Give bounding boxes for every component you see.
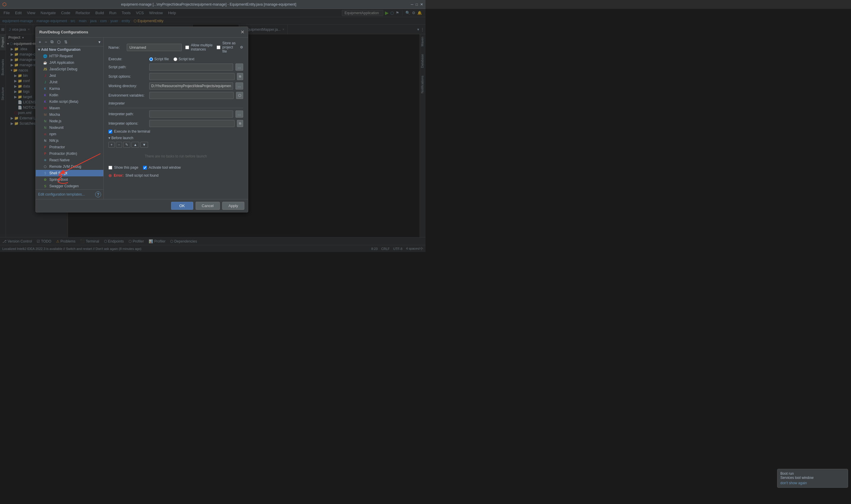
gear-config-icon[interactable]: ⚙	[240, 45, 243, 49]
interpreter-options-expand[interactable]: ⧉	[237, 120, 243, 127]
config-item-kotlin[interactable]: K Kotlin	[36, 92, 104, 98]
config-item-jar[interactable]: ☕ JAR Application	[36, 59, 104, 66]
add-config-button[interactable]: +	[38, 39, 42, 45]
show-page-checkbox[interactable]	[108, 166, 112, 169]
config-item-shell-script[interactable]: $ Shell Script	[36, 170, 104, 176]
script-path-browse[interactable]: …	[236, 64, 243, 71]
interpreter-options-input[interactable]	[149, 120, 235, 127]
execute-terminal-group: Execute in the terminal	[108, 129, 150, 133]
nodeunit-icon: N	[43, 125, 48, 130]
script-file-label: Script file	[154, 57, 169, 61]
config-name-input[interactable]	[127, 44, 182, 51]
working-dir-input[interactable]	[149, 83, 233, 90]
script-text-radio[interactable]: Script text	[174, 57, 194, 61]
config-label: HTTP Request	[49, 54, 73, 58]
env-vars-row: Environment variables: ⬡	[108, 92, 243, 99]
script-options-expand[interactable]: ⧉	[237, 73, 243, 80]
config-item-spring-boot[interactable]: ⚙ Spring Boot	[36, 176, 104, 183]
config-toolbar: + − ⧉ ⬡ ⇅ ▾	[36, 37, 104, 47]
karma-icon: K	[43, 86, 48, 91]
execute-row: Execute: Script file Script text	[108, 57, 243, 61]
dialog-title-bar: Run/Debug Configurations ✕	[36, 27, 248, 37]
collapse-arrow: ▾	[108, 136, 110, 140]
launch-add-button[interactable]: +	[108, 142, 115, 148]
title-bar: ⬡ equipment-manage [...\myProject\IdeaPr…	[0, 0, 426, 9]
script-options-label: Script options:	[108, 74, 147, 78]
config-label: Kotlin	[49, 93, 58, 97]
launch-up-button[interactable]: ▲	[131, 142, 139, 148]
config-item-kotlin-script[interactable]: K Kotlin script (Beta)	[36, 98, 104, 105]
script-file-radio[interactable]: Script file	[149, 57, 169, 61]
close-button[interactable]: ✕	[420, 2, 423, 6]
cancel-button[interactable]: Cancel	[196, 202, 220, 210]
env-vars-browse[interactable]: ⬡	[236, 92, 243, 99]
filter-config-button[interactable]: ▾	[97, 39, 102, 45]
config-item-protractor[interactable]: P Protractor	[36, 144, 104, 150]
config-item-nodeunit[interactable]: N Nodeunit	[36, 124, 104, 131]
config-item-react-native[interactable]: ⚛ React Native	[36, 157, 104, 163]
config-label: Shell Script	[49, 171, 67, 175]
before-launch-header[interactable]: ▾ Before launch	[108, 136, 243, 140]
script-path-row: Script path: …	[108, 64, 243, 71]
config-item-maven[interactable]: M Maven	[36, 105, 104, 111]
script-text-label: Script text	[179, 57, 194, 61]
config-item-nodejs[interactable]: N Node.js	[36, 118, 104, 124]
config-item-karma[interactable]: K Karma	[36, 85, 104, 92]
config-item-js-debug[interactable]: JS JavaScript Debug	[36, 66, 104, 72]
config-list: ▾ Add New Configuration 🌐 HTTP Request ☕…	[36, 47, 104, 190]
copy-config-button[interactable]: ⧉	[49, 39, 55, 45]
show-page-label: Show this page	[114, 165, 138, 169]
edit-templates-link[interactable]: Edit configuration templates...	[38, 192, 85, 196]
launch-edit-button[interactable]: ✎	[123, 142, 130, 148]
config-item-protractor-kotlin[interactable]: P Protractor (Kotlin)	[36, 150, 104, 157]
config-label: Protractor	[49, 145, 65, 149]
help-button[interactable]: ?	[95, 192, 101, 197]
config-item-remote-jvm[interactable]: ⬡ Remote JVM Debug	[36, 163, 104, 170]
config-item-jest[interactable]: J Jest	[36, 72, 104, 79]
remote-jvm-icon: ⬡	[43, 164, 48, 169]
script-path-input[interactable]	[149, 64, 233, 71]
activate-tool-checkbox[interactable]	[143, 166, 147, 169]
config-label: NW.js	[49, 139, 58, 143]
ok-button[interactable]: OK	[171, 202, 193, 210]
apply-button[interactable]: Apply	[222, 202, 245, 210]
execute-terminal-checkbox[interactable]	[108, 130, 112, 133]
remove-config-button[interactable]: −	[43, 39, 48, 45]
interpreter-path-input[interactable]	[149, 110, 233, 118]
launch-down-button[interactable]: ▼	[140, 142, 148, 148]
nwjs-icon: N	[43, 138, 48, 143]
script-options-input[interactable]	[149, 73, 235, 80]
group-label: Add New Configuration	[41, 48, 80, 52]
config-item-mocha[interactable]: M Mocha	[36, 111, 104, 118]
move-config-button[interactable]: ⬡	[56, 39, 62, 45]
mocha-icon: M	[43, 112, 48, 117]
config-label: JavaScript Debug	[49, 67, 77, 71]
launch-empty-message: There are no tasks to run before launch	[108, 149, 243, 163]
config-item-nwjs[interactable]: N NW.js	[36, 137, 104, 144]
sort-config-button[interactable]: ⇅	[63, 39, 69, 45]
config-item-npm[interactable]: n npm	[36, 131, 104, 137]
dialog-close-button[interactable]: ✕	[240, 29, 245, 35]
execute-label: Execute:	[108, 57, 147, 61]
env-vars-input[interactable]	[149, 92, 234, 99]
config-item-junit[interactable]: J JUnit	[36, 79, 104, 85]
config-label: Nodeunit	[49, 126, 64, 130]
config-item-http[interactable]: 🌐 HTTP Request	[36, 53, 104, 59]
interpreter-path-browse[interactable]: …	[236, 110, 243, 118]
working-dir-browse[interactable]: …	[236, 83, 243, 90]
store-project-checkbox[interactable]	[217, 46, 220, 49]
add-new-config-header: ▾ Add New Configuration	[36, 47, 104, 53]
config-label: Mocha	[49, 112, 60, 117]
run-debug-dialog: Run/Debug Configurations ✕ + − ⧉ ⬡ ⇅ ▾ ▾	[35, 26, 248, 212]
allow-multiple-checkbox[interactable]	[185, 46, 189, 49]
config-label: Jest	[49, 74, 56, 78]
maximize-button[interactable]: □	[416, 2, 418, 6]
config-item-swagger[interactable]: S Swagger Codegen	[36, 183, 104, 190]
working-dir-row: Working directory: …	[108, 83, 243, 90]
launch-remove-button[interactable]: −	[116, 142, 122, 148]
http-icon: 🌐	[43, 54, 48, 58]
title-bar-controls: ─ □ ✕	[411, 2, 423, 6]
app-logo: ⬡	[2, 1, 6, 7]
dialog-footer: OK Cancel Apply	[36, 199, 248, 212]
minimize-button[interactable]: ─	[411, 2, 413, 6]
